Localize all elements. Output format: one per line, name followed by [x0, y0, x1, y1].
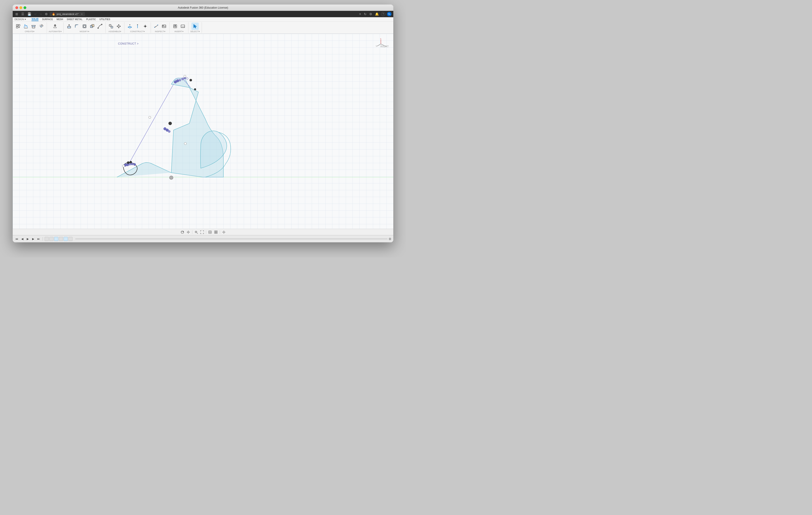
- timeline-item-6[interactable]: [68, 237, 72, 241]
- insert-label: INSERT▾: [174, 30, 183, 33]
- traffic-lights: [16, 6, 26, 9]
- select-group: SELECT▾: [188, 22, 202, 33]
- svg-point-14: [101, 24, 102, 25]
- fit-tool[interactable]: [200, 230, 205, 235]
- timeline-settings-icon[interactable]: ⚙: [388, 237, 392, 241]
- tab-solid[interactable]: SOLID: [31, 18, 38, 21]
- insert-svg-tool[interactable]: SVG: [179, 23, 186, 30]
- timeline-item-3[interactable]: [54, 237, 58, 241]
- sketch-tool[interactable]: [22, 23, 29, 30]
- svg-point-21: [145, 26, 146, 27]
- tab-bar: ⊞ ☰ 💾 ↩ ↪ ⚙ 🔥 proj_steamdeck v1* ✕ + ↻ ⚙…: [13, 11, 393, 17]
- toolbar-tabs: DESIGN ▾ SOLID SURFACE MESH SHEET METAL …: [13, 17, 393, 22]
- next-button[interactable]: ▶: [31, 237, 35, 241]
- project-tab[interactable]: 🔥 proj_steamdeck v1* ✕: [50, 12, 85, 16]
- display-mode-tool[interactable]: [207, 230, 212, 235]
- fillet-tool[interactable]: [73, 23, 81, 30]
- axis-tool[interactable]: [134, 23, 141, 30]
- close-button[interactable]: [16, 6, 18, 9]
- timeline-separator: [42, 237, 43, 241]
- bottom-toolbar: [13, 229, 393, 235]
- orbit-tool[interactable]: [180, 230, 185, 235]
- minimize-button[interactable]: [20, 6, 22, 9]
- canvas-svg: CONSTRUCT >: [13, 34, 393, 229]
- timeline-item-1[interactable]: [45, 237, 49, 241]
- snap-tool[interactable]: [221, 230, 226, 235]
- extrude-tool[interactable]: [30, 23, 37, 30]
- tab-mesh[interactable]: MESH: [57, 18, 63, 21]
- canvas-area[interactable]: CONSTRUCT > Z X Y RIGHT: [13, 34, 393, 229]
- combine-tool[interactable]: [89, 23, 96, 30]
- svg-line-81: [197, 233, 198, 234]
- menu-icon[interactable]: ☰: [20, 12, 25, 16]
- plane-tool[interactable]: [126, 23, 134, 30]
- shell-tool[interactable]: [81, 23, 88, 30]
- point-construct-tool[interactable]: [142, 23, 149, 30]
- timeline-item-5[interactable]: [64, 237, 68, 241]
- svg-point-53: [169, 122, 172, 125]
- modify-tools: [65, 23, 104, 30]
- skip-forward-button[interactable]: ⏭: [36, 237, 41, 241]
- select-tool[interactable]: [192, 23, 199, 30]
- scale-tool[interactable]: [96, 23, 104, 30]
- modify-label: MODIFY▾: [80, 30, 89, 33]
- bell-icon[interactable]: 🔔: [375, 12, 379, 16]
- picture-tool[interactable]: [161, 23, 168, 30]
- create-label: CREATE▾: [25, 30, 35, 33]
- svg-text:Y: Y: [376, 45, 377, 47]
- add-tab-button[interactable]: +: [359, 11, 361, 17]
- svg-point-7: [40, 25, 42, 27]
- revolve-tool[interactable]: [38, 23, 45, 30]
- move-tool[interactable]: [115, 23, 122, 30]
- svg-point-61: [134, 163, 136, 165]
- timeline-item-2[interactable]: [49, 237, 54, 241]
- view-label: RIGHT: [380, 45, 389, 48]
- skip-back-button[interactable]: ⏮: [14, 237, 19, 241]
- svg-point-66: [184, 143, 186, 145]
- user-avatar[interactable]: YL: [387, 12, 392, 16]
- timeline-track[interactable]: [75, 239, 388, 239]
- tab-utilities[interactable]: UTILITIES: [99, 18, 110, 21]
- svg-text:CONSTRUCT >: CONSTRUCT >: [118, 42, 139, 45]
- svg-rect-2: [16, 27, 18, 28]
- design-label: DESIGN ▾: [14, 18, 26, 21]
- maximize-button[interactable]: [24, 6, 26, 9]
- measure-tool[interactable]: [153, 23, 160, 30]
- tab-surface[interactable]: SURFACE: [42, 18, 53, 21]
- tab-sheet-metal[interactable]: SHEET METAL: [67, 18, 83, 21]
- apps-icon[interactable]: ⊞: [14, 12, 19, 16]
- create-group: CREATE▾: [13, 22, 47, 33]
- design-menu[interactable]: DESIGN ▾: [13, 18, 27, 21]
- tab-plastic[interactable]: PLASTIC: [86, 18, 96, 21]
- grid-tool[interactable]: [213, 230, 219, 235]
- title-bar: Autodesk Fusion 360 (Education License): [13, 4, 393, 11]
- prev-button[interactable]: ◀: [20, 237, 25, 241]
- redo-button[interactable]: ↪: [39, 12, 42, 16]
- press-pull-tool[interactable]: [65, 23, 73, 30]
- insert-mesh-tool[interactable]: [172, 23, 179, 30]
- assemble-tools: [107, 23, 122, 30]
- svg-point-32: [163, 26, 163, 26]
- undo-button[interactable]: ↩: [33, 12, 37, 16]
- close-tab-icon[interactable]: ✕: [81, 13, 83, 16]
- settings-icon[interactable]: ⚙: [369, 12, 373, 16]
- svg-point-65: [170, 176, 173, 179]
- zoom-tool[interactable]: [194, 230, 199, 235]
- svg-point-56: [168, 130, 170, 133]
- play-button[interactable]: ▶: [25, 237, 30, 241]
- svg-point-63: [127, 161, 129, 164]
- new-component-tool[interactable]: [14, 23, 22, 30]
- automate-tool[interactable]: [52, 23, 59, 30]
- svg-point-48: [186, 78, 188, 80]
- save-icon[interactable]: 💾: [27, 12, 32, 16]
- svg-rect-8: [67, 26, 71, 28]
- help-icon[interactable]: ?: [381, 12, 385, 16]
- joint-tool[interactable]: [107, 23, 115, 30]
- look-at-tool[interactable]: [186, 230, 191, 235]
- create-tools: [14, 23, 45, 30]
- refresh-icon[interactable]: ↻: [364, 12, 367, 16]
- svg-rect-16: [111, 26, 113, 28]
- settings-small-icon[interactable]: ⚙: [44, 12, 49, 16]
- timeline-item-4[interactable]: [59, 237, 63, 241]
- fusion-icon: 🔥: [52, 12, 55, 16]
